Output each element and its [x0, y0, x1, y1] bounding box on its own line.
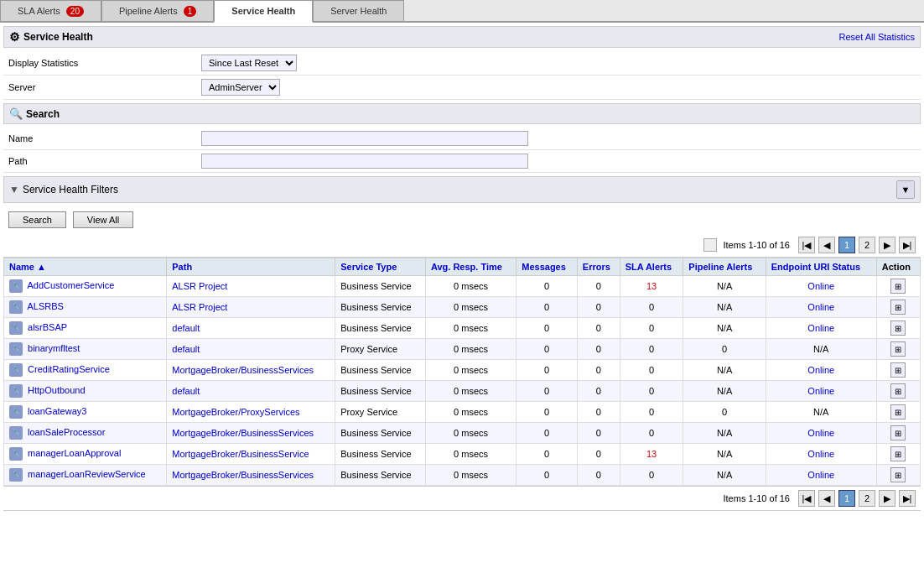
table-row: 🔧 ALSRBS ALSR Project Business Service0 … — [4, 297, 921, 318]
display-statistics-row: Display Statistics Since Last Reset Last… — [3, 51, 921, 76]
prev-page-button-top[interactable]: ◀ — [818, 237, 835, 253]
service-name-link[interactable]: loanSaleProcessor — [28, 427, 105, 437]
path-link[interactable]: MortgageBroker/BusinessServices — [172, 428, 314, 438]
service-name-link[interactable]: managerLoanApproval — [28, 448, 121, 458]
pipeline-alerts-sort-link[interactable]: Pipeline Alerts — [688, 262, 752, 272]
cell-action[interactable]: ⊞ — [876, 360, 920, 381]
cell-endpoint-uri: Online — [766, 276, 876, 297]
cell-messages: 0 — [517, 360, 578, 381]
search-section-header[interactable]: 🔍 Search — [3, 103, 921, 124]
tab-pipeline-alerts[interactable]: Pipeline Alerts 1 — [101, 0, 214, 21]
service-name-link[interactable]: AddCustomerService — [27, 280, 114, 290]
cell-pipeline-alerts: N/A — [683, 444, 766, 465]
cell-service-type: Proxy Service — [335, 339, 426, 360]
action-icon[interactable]: ⊞ — [890, 425, 906, 440]
path-link[interactable]: MortgageBroker/ProxyServices — [172, 407, 299, 417]
service-name-link[interactable]: loanGateway3 — [28, 406, 86, 416]
service-name-link[interactable]: managerLoanReviewService — [28, 469, 146, 479]
tab-service-health[interactable]: Service Health — [214, 0, 313, 23]
action-icon[interactable]: ⊞ — [890, 300, 906, 315]
cell-name: 🔧 loanSaleProcessor — [4, 423, 167, 444]
col-header-action: Action — [876, 258, 920, 276]
cell-avg-resp: 0 msecs — [425, 318, 516, 339]
cell-errors: 0 — [577, 339, 620, 360]
service-name-link[interactable]: ALSRBS — [27, 301, 63, 311]
action-icon[interactable]: ⊞ — [890, 446, 906, 461]
tab-server-health[interactable]: Server Health — [313, 0, 404, 21]
next-page-button-bottom[interactable]: ▶ — [879, 490, 895, 507]
table-row: 🔧 binarymfltest default Proxy Service0 m… — [4, 339, 921, 360]
tab-sla-alerts[interactable]: SLA Alerts 20 — [0, 0, 101, 21]
service-name-link[interactable]: HttpOutbound — [28, 385, 86, 395]
path-sort-link[interactable]: Path — [172, 262, 192, 272]
path-link[interactable]: MortgageBroker/BusinessServices — [172, 470, 314, 480]
action-icon[interactable]: ⊞ — [890, 341, 906, 357]
last-page-button-bottom[interactable]: ▶| — [899, 490, 916, 507]
name-sort-link[interactable]: Name ▲ — [9, 262, 46, 272]
cell-action[interactable]: ⊞ — [876, 465, 920, 486]
path-link[interactable]: MortgageBroker/BusinessServices — [172, 365, 314, 375]
endpoint-uri-sort-link[interactable]: Endpoint URI Status — [771, 262, 860, 272]
prev-page-button-bottom[interactable]: ◀ — [818, 490, 835, 507]
errors-sort-link[interactable]: Errors — [583, 262, 610, 272]
col-header-service-type: Service Type — [335, 258, 426, 276]
path-input[interactable] — [201, 154, 528, 169]
name-input[interactable] — [201, 131, 528, 146]
page-1-button-bottom[interactable]: 1 — [838, 490, 855, 507]
action-icon[interactable]: ⊞ — [890, 467, 906, 482]
cell-endpoint-uri: Online — [766, 318, 876, 339]
view-all-button[interactable]: View All — [73, 211, 133, 228]
cell-action[interactable]: ⊞ — [876, 276, 920, 297]
display-statistics-select[interactable]: Since Last Reset Last Hour Last Day — [201, 55, 297, 71]
path-link[interactable]: ALSR Project — [172, 281, 227, 291]
sla-alerts-sort-link[interactable]: SLA Alerts — [626, 262, 672, 272]
action-icon[interactable]: ⊞ — [890, 362, 906, 378]
cell-action[interactable]: ⊞ — [876, 318, 920, 339]
search-button[interactable]: Search — [8, 211, 66, 228]
path-link[interactable]: MortgageBroker/BusinessService — [172, 449, 309, 459]
tab-service-health-label: Service Health — [231, 6, 295, 16]
avg-resp-sort-link[interactable]: Avg. Resp. Time — [431, 262, 502, 272]
server-select[interactable]: AdminServer — [201, 79, 280, 96]
cell-action[interactable]: ⊞ — [876, 423, 920, 444]
action-icon[interactable]: ⊞ — [890, 279, 906, 294]
path-link[interactable]: ALSR Project — [172, 302, 227, 312]
cell-messages: 0 — [517, 423, 578, 444]
filters-row[interactable]: ▼ Service Health Filters ▼ — [3, 176, 921, 203]
col-header-pipeline-alerts: Pipeline Alerts — [683, 258, 766, 276]
next-page-button-top[interactable]: ▶ — [879, 237, 895, 253]
path-link[interactable]: default — [172, 386, 200, 396]
page-2-button-top[interactable]: 2 — [859, 237, 875, 253]
path-link[interactable]: default — [172, 323, 200, 333]
path-link[interactable]: default — [172, 344, 200, 354]
cell-action[interactable]: ⊞ — [876, 381, 920, 402]
cell-action[interactable]: ⊞ — [876, 339, 920, 360]
cell-errors: 0 — [577, 444, 620, 465]
action-icon[interactable]: ⊞ — [890, 404, 906, 419]
service-name-link[interactable]: alsrBSAP — [28, 322, 67, 332]
action-icon[interactable]: ⊞ — [890, 320, 906, 336]
last-page-button-top[interactable]: ▶| — [899, 237, 916, 253]
cell-action[interactable]: ⊞ — [876, 297, 920, 318]
cell-endpoint-uri: Online — [766, 423, 876, 444]
collapse-button[interactable]: ▼ — [896, 180, 915, 199]
messages-sort-link[interactable]: Messages — [522, 262, 566, 272]
magnify-icon: 🔍 — [9, 107, 23, 120]
cell-service-type: Business Service — [335, 318, 426, 339]
service-type-sort-link[interactable]: Service Type — [340, 262, 397, 272]
first-page-button-bottom[interactable]: |◀ — [798, 490, 815, 507]
table-row: 🔧 loanSaleProcessor MortgageBroker/Busin… — [4, 423, 921, 444]
cell-action[interactable]: ⊞ — [876, 402, 920, 423]
page-2-button-bottom[interactable]: 2 — [859, 490, 875, 507]
page-1-button-top[interactable]: 1 — [838, 237, 855, 253]
cell-action[interactable]: ⊞ — [876, 444, 920, 465]
cell-service-type: Business Service — [335, 423, 426, 444]
reset-all-statistics-link[interactable]: Reset All Statistics — [839, 32, 915, 42]
cell-path: default — [167, 318, 335, 339]
first-page-button-top[interactable]: |◀ — [798, 237, 815, 253]
cell-name: 🔧 ALSRBS — [4, 297, 167, 318]
cell-pipeline-alerts: N/A — [683, 423, 766, 444]
action-icon[interactable]: ⊞ — [890, 383, 906, 399]
service-name-link[interactable]: CreditRatingService — [28, 364, 110, 374]
service-name-link[interactable]: binarymfltest — [28, 343, 80, 353]
